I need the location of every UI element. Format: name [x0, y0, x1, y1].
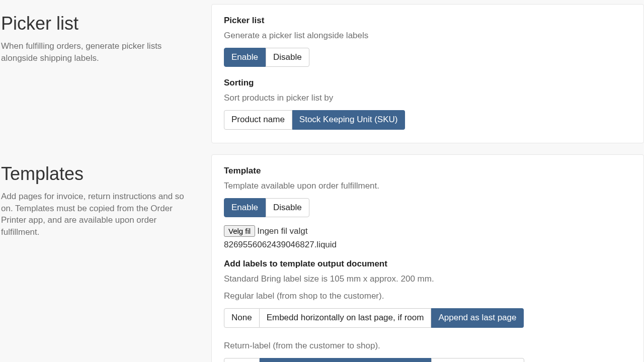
picker-title: Picker list [1, 13, 196, 34]
templates-card: Template Template available upon order f… [211, 154, 644, 362]
regular-none-button[interactable]: None [224, 308, 260, 327]
picker-card-heading: Picker list [224, 16, 631, 26]
picker-intro: When fulfilling orders, generate picker … [1, 40, 196, 64]
regular-embed-button[interactable]: Embedd horizontally on last page, if roo… [260, 308, 432, 327]
return-embed-button[interactable]: Embedd horizontally on last page, if roo… [260, 358, 432, 362]
labels-heading: Add labels to template output document [224, 259, 631, 269]
sorting-heading: Sorting [224, 78, 631, 88]
sort-product-name-button[interactable]: Product name [224, 110, 292, 129]
picker-disable-button[interactable]: Disable [266, 48, 309, 67]
template-desc: Template available upon order fulfillmen… [224, 181, 631, 191]
template-filename: 8269556062439046827.liquid [224, 240, 631, 250]
template-enable-button[interactable]: Enable [224, 198, 266, 217]
picker-enable-button[interactable]: Enable [224, 48, 266, 67]
labels-desc: Standard Bring label size is 105 mm x ap… [224, 274, 631, 284]
regular-append-button[interactable]: Append as last page [431, 308, 524, 327]
templates-title: Templates [1, 163, 196, 185]
sorting-desc: Sort products in picker list by [224, 93, 631, 103]
return-append-button[interactable]: Append as last page [431, 358, 524, 362]
picker-card: Picker list Generate a picker list along… [211, 4, 644, 143]
return-none-button[interactable]: None [224, 358, 260, 362]
file-status: Ingen fil valgt [257, 226, 307, 236]
choose-file-button[interactable]: Velg fil [224, 225, 255, 237]
regular-label-desc: Regular label (from shop to the customer… [224, 291, 631, 301]
templates-intro: Add pages for invoice, return instructio… [1, 191, 196, 238]
sort-sku-button[interactable]: Stock Keeping Unit (SKU) [292, 110, 406, 129]
picker-card-desc: Generate a picker list alongside labels [224, 31, 631, 41]
template-heading: Template [224, 166, 631, 176]
template-disable-button[interactable]: Disable [266, 198, 309, 217]
return-label-desc: Return-label (from the customer to shop)… [224, 341, 631, 351]
